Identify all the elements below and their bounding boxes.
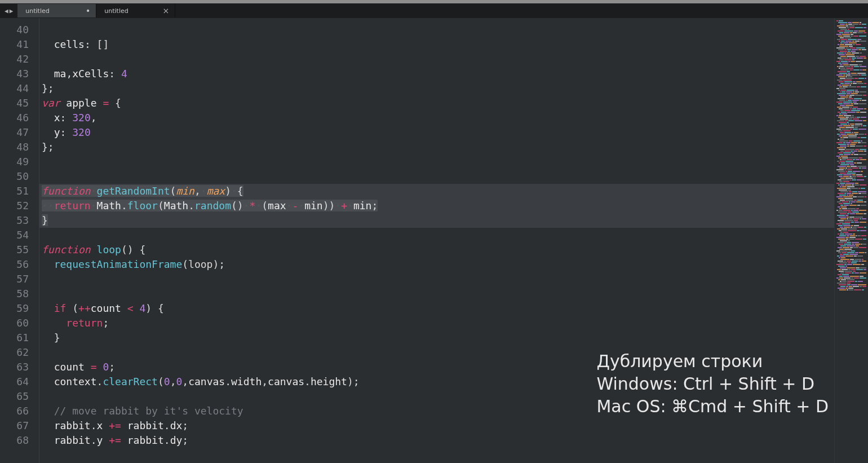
line-number: 46 — [0, 111, 29, 125]
line-number: 44 — [0, 81, 29, 96]
line-number: 47 — [0, 125, 29, 140]
line-number: 67 — [0, 418, 29, 433]
tab-label: untitled — [104, 7, 128, 15]
code-line[interactable] — [39, 155, 834, 169]
shortcut-tip-overlay: Дублируем строки Windows: Ctrl + Shift +… — [596, 350, 829, 418]
line-number: 64 — [0, 374, 29, 389]
line-number: 42 — [0, 52, 29, 67]
line-number: 45 — [0, 96, 29, 111]
line-number: 52 — [0, 199, 29, 213]
line-number: 48 — [0, 140, 29, 155]
line-number: 50 — [0, 169, 29, 184]
code-line[interactable]: } — [39, 213, 834, 228]
code-line[interactable]: var apple = { — [39, 96, 834, 111]
line-number: 57 — [0, 272, 29, 286]
dirty-indicator-icon: • — [86, 7, 90, 15]
code-line[interactable]: ··return·Math.floor(Math.random()·*·(max… — [39, 199, 834, 213]
tip-title: Дублируем строки — [596, 350, 829, 373]
line-number: 59 — [0, 301, 29, 316]
code-line[interactable]: cells: [] — [39, 37, 834, 52]
nav-back-icon[interactable]: ◀ — [5, 7, 8, 15]
code-line[interactable]: rabbit.x += rabbit.dx; — [39, 418, 834, 433]
code-line[interactable] — [39, 272, 834, 286]
tab-label: untitled — [25, 7, 49, 15]
code-line[interactable] — [39, 286, 834, 301]
code-line[interactable] — [39, 169, 834, 184]
line-number: 49 — [0, 155, 29, 169]
line-number: 55 — [0, 242, 29, 257]
tab-untitled-2[interactable]: untitled × — [96, 4, 175, 17]
line-number-gutter: 4041424344454647484950515253545556575859… — [0, 18, 39, 463]
line-number: 68 — [0, 433, 29, 448]
code-line[interactable]: rabbit.y += rabbit.dy; — [39, 433, 834, 448]
line-number: 56 — [0, 257, 29, 272]
minimap[interactable] — [834, 18, 868, 463]
tab-bar: ◀ ▶ untitled • untitled × — [0, 3, 868, 18]
code-line[interactable]: }; — [39, 81, 834, 96]
nav-forward-icon[interactable]: ▶ — [10, 7, 14, 15]
tab-nav-arrows: ◀ ▶ — [2, 7, 17, 15]
code-line[interactable] — [39, 228, 834, 242]
line-number: 40 — [0, 23, 29, 37]
line-number: 66 — [0, 404, 29, 418]
tip-windows: Windows: Ctrl + Shift + D — [596, 373, 829, 395]
code-line[interactable]: x: 320, — [39, 111, 834, 125]
line-number: 61 — [0, 330, 29, 345]
tab-untitled-1[interactable]: untitled • — [17, 4, 96, 17]
line-number: 62 — [0, 345, 29, 360]
line-number: 58 — [0, 286, 29, 301]
line-number: 63 — [0, 360, 29, 374]
line-number: 41 — [0, 37, 29, 52]
code-line[interactable]: return; — [39, 316, 834, 330]
code-line[interactable]: function·getRandomInt(min,·max)·{ — [39, 184, 834, 199]
code-line[interactable]: ma,xCells: 4 — [39, 67, 834, 81]
tip-macos: Mac OS: ⌘Cmd + Shift + D — [596, 395, 829, 418]
code-line[interactable]: if (++count < 4) { — [39, 301, 834, 316]
line-number: 53 — [0, 213, 29, 228]
line-number: 51 — [0, 184, 29, 199]
code-line[interactable]: function loop() { — [39, 242, 834, 257]
code-line[interactable] — [39, 23, 834, 37]
line-number: 65 — [0, 389, 29, 404]
code-line[interactable] — [39, 52, 834, 67]
line-number: 60 — [0, 316, 29, 330]
line-number: 54 — [0, 228, 29, 242]
close-icon[interactable]: × — [163, 6, 170, 15]
line-number: 43 — [0, 67, 29, 81]
code-line[interactable]: } — [39, 330, 834, 345]
code-line[interactable]: requestAnimationFrame(loop); — [39, 257, 834, 272]
code-line[interactable]: y: 320 — [39, 125, 834, 140]
code-line[interactable]: }; — [39, 140, 834, 155]
